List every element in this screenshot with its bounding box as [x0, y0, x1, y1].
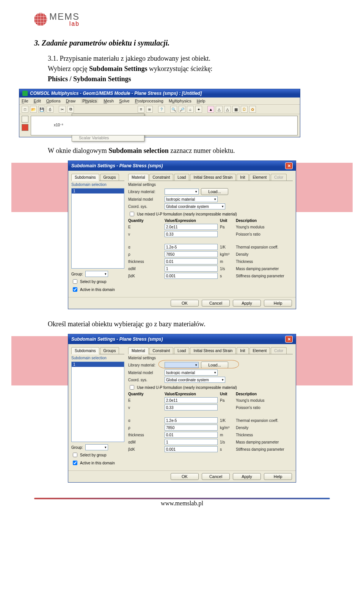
gear-icon[interactable]: ✿ [249, 106, 256, 113]
tab-material[interactable]: Material [128, 347, 149, 354]
help-icon[interactable]: ? [158, 106, 165, 113]
tab-groups[interactable]: Groups [100, 347, 119, 354]
cancel-button[interactable]: Cancel [202, 473, 230, 480]
dialog-titlebar: Subdomain Settings - Plane Stress (smps)… [68, 161, 296, 171]
value-input[interactable] [165, 439, 218, 445]
select-by-group-checkbox[interactable]: Select by group [71, 278, 124, 285]
list-item[interactable]: 1 [72, 362, 124, 367]
menu-edit[interactable]: Edit [34, 99, 41, 103]
menu-multiphysics[interactable]: Multiphysics [169, 99, 191, 103]
mixed-up-checkbox[interactable]: Use mixed U-P formulation (nearly incomp… [128, 384, 293, 391]
tab-constraint[interactable]: Constraint [149, 347, 174, 354]
coord-sys-select[interactable]: Global coordinate system▾ [165, 377, 225, 383]
tab-initial[interactable]: Initial Stress and Strain [190, 347, 236, 354]
tab-element[interactable]: Element [249, 347, 270, 354]
list-item[interactable]: 1 [72, 189, 124, 193]
coord-sys-select[interactable]: Global coordinate system▾ [165, 203, 225, 209]
description-label: Poisson's ratio [236, 232, 293, 236]
value-input[interactable] [165, 404, 218, 411]
value-input[interactable] [165, 417, 218, 423]
tab-element[interactable]: Element [249, 174, 270, 181]
tab-subdomains[interactable]: Subdomains [71, 174, 99, 181]
active-domain-checkbox[interactable]: Active in this domain [71, 286, 124, 293]
menu-options[interactable]: Options [46, 99, 61, 103]
value-input[interactable] [165, 273, 218, 279]
tab-load[interactable]: Load [174, 347, 189, 354]
open-icon[interactable]: 📂 [30, 106, 37, 113]
group-select[interactable]: ▾ [85, 271, 108, 277]
group-select[interactable]: ▾ [85, 444, 108, 450]
value-input[interactable] [165, 397, 218, 403]
subdomain-dialog-2: Subdomain Settings - Plane Stress (smps)… [68, 334, 296, 483]
tab-init[interactable]: Init [237, 347, 248, 354]
tab-subdomains[interactable]: Subdomains [71, 347, 99, 354]
value-input[interactable] [165, 266, 218, 272]
copy-icon[interactable]: ⧉ [67, 106, 74, 113]
tab-material[interactable]: Material [128, 174, 149, 181]
value-input[interactable] [165, 224, 218, 230]
tab-groups[interactable]: Groups [100, 174, 119, 181]
zoom-out-icon[interactable]: 🔎 [179, 106, 185, 113]
checkbox-icon[interactable] [73, 279, 77, 284]
apply-button[interactable]: Apply [233, 300, 261, 307]
close-icon[interactable]: ✕ [285, 336, 293, 343]
value-input[interactable] [165, 425, 218, 431]
tab-constraint[interactable]: Constraint [149, 174, 174, 181]
menu-draw[interactable]: Draw [66, 99, 76, 103]
draw-tool-icon[interactable]: ▲ [207, 106, 214, 113]
close-icon[interactable]: ✕ [285, 162, 293, 169]
zoom-win-icon[interactable]: ⌂ [187, 106, 194, 113]
library-material-select[interactable]: ▾ [165, 189, 199, 195]
dialog-title: Subdomain Settings - Plane Stress (smps) [71, 163, 163, 168]
value-input[interactable] [165, 251, 218, 257]
side-tool-2[interactable] [22, 124, 28, 131]
value-input[interactable] [165, 432, 218, 438]
cancel-button[interactable]: Cancel [202, 300, 230, 307]
menu-physics[interactable]: Physics [81, 99, 98, 103]
mesh-tool-icon[interactable]: △ [216, 106, 223, 113]
help-button[interactable]: Help [264, 300, 292, 307]
value-input[interactable] [165, 258, 218, 264]
fx-icon[interactable]: Ω [241, 106, 248, 113]
value-input[interactable] [165, 446, 218, 452]
select-by-group-checkbox[interactable]: Select by group [71, 451, 124, 458]
save-icon[interactable]: 💾 [38, 106, 45, 113]
menu-mesh[interactable]: Mesh [104, 99, 114, 103]
checkbox-icon[interactable] [130, 385, 134, 390]
value-input[interactable] [165, 244, 218, 250]
ok-button[interactable]: OK [171, 300, 199, 307]
side-tool-1[interactable] [22, 116, 28, 123]
tab-initial[interactable]: Initial Stress and Strain [190, 174, 236, 181]
ok-button[interactable]: OK [171, 473, 199, 480]
active-domain-checkbox[interactable]: Active in this domain [71, 459, 124, 466]
checkbox-icon[interactable] [73, 453, 77, 457]
checkbox-icon[interactable] [73, 461, 77, 465]
approx-icon[interactable]: ≅ [146, 106, 153, 113]
zoom-fit-icon[interactable]: ✦ [195, 106, 202, 113]
post-tool-icon[interactable]: ▦ [232, 106, 239, 113]
menu-file[interactable]: File [22, 99, 28, 103]
cut-icon[interactable]: ✂ [59, 106, 66, 113]
menu-help[interactable]: Help [197, 99, 206, 103]
mixed-up-checkbox[interactable]: Use mixed U-P formulation (nearly incomp… [128, 211, 293, 217]
material-settings-label: Material settings [128, 356, 293, 360]
subdomain-listbox[interactable]: 1 [71, 362, 124, 442]
solve-tool-icon[interactable]: △ [224, 106, 231, 113]
help-button[interactable]: Help [264, 473, 292, 480]
print-icon[interactable]: ⎙ [47, 106, 53, 113]
material-model-select[interactable]: Isotropic material▾ [165, 370, 218, 376]
tab-load[interactable]: Load [174, 174, 189, 181]
subdomain-listbox[interactable]: 1 [71, 188, 124, 269]
new-icon[interactable]: □ [22, 106, 28, 113]
tab-init[interactable]: Init [237, 174, 248, 181]
zoom-in-icon[interactable]: 🔍 [170, 106, 177, 113]
material-model-select[interactable]: Isotropic material▾ [165, 196, 218, 202]
value-input[interactable] [165, 231, 218, 237]
menu-postprocessing[interactable]: Postprocessing [135, 99, 163, 103]
checkbox-icon[interactable] [130, 212, 134, 216]
equals-icon[interactable]: = [138, 106, 144, 113]
menu-solve[interactable]: Solve [119, 99, 130, 103]
checkbox-icon[interactable] [73, 287, 77, 292]
apply-button[interactable]: Apply [233, 473, 261, 480]
load-button[interactable]: Load... [201, 188, 228, 195]
